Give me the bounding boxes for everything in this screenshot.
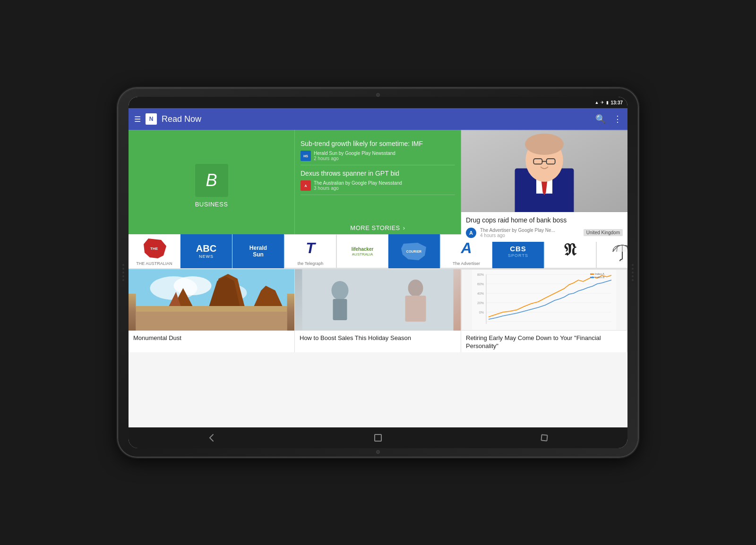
tablet-screen: ▲ ✈ ▮ 13:37 ☰ N Read Now 🔍 ⋮ <box>129 97 627 448</box>
svg-rect-51 <box>375 434 381 441</box>
articles-row: Monumental Dust <box>129 269 627 352</box>
story-headline-1: Sub-trend growth likely for sometime: IM… <box>301 139 455 148</box>
article-card-monumental[interactable]: Monumental Dust <box>129 269 295 352</box>
more-stories-button[interactable]: MORE STORIES › <box>301 220 455 236</box>
uk-badge: United Kingdom <box>584 229 623 236</box>
more-stories-label: MORE STORIES <box>350 224 400 231</box>
svg-rect-26 <box>136 312 287 331</box>
svg-text:Index A: Index A <box>595 272 604 275</box>
article-title-retiring: Retiring Early May Come Down to Your "Fi… <box>461 331 627 352</box>
nav-back-button[interactable] <box>202 431 221 444</box>
article-card-retiring[interactable]: 80% 60% 40% 20% 0% Index A <box>461 269 627 352</box>
svg-text:80%: 80% <box>477 273 484 276</box>
svg-text:40%: 40% <box>477 292 484 295</box>
svg-point-18 <box>174 276 212 295</box>
featured-source-name: The Advertiser by Google Play Ne... <box>480 228 580 233</box>
story-meta-text-1: Herald Sun by Google Play Newsstand 2 ho… <box>314 151 395 161</box>
story-source-2: The Australian by Google Play Newsstand <box>314 180 402 186</box>
story-meta-text-2: The Australian by Google Play Newsstand … <box>314 180 402 191</box>
article-card-sales[interactable]: How to Boost Sales This Holiday Season <box>295 269 461 352</box>
svg-text:Index B: Index B <box>595 276 604 279</box>
business-label: BUSINESS <box>195 201 228 208</box>
story-item-2[interactable]: Dexus throws spanner in GPT bid A The Au… <box>301 165 455 195</box>
svg-text:COURIER: COURIER <box>406 250 421 253</box>
speaker-right <box>629 254 636 291</box>
svg-text:THE: THE <box>150 247 158 251</box>
story-meta-2: A The Australian by Google Play Newsstan… <box>301 180 455 191</box>
business-letter: B <box>206 170 217 190</box>
svg-rect-34 <box>472 270 616 331</box>
svg-text:20%: 20% <box>477 301 484 305</box>
stories-tile: Sub-trend growth likely for sometime: IM… <box>295 130 461 242</box>
hero-section: B BUSINESS Sub-trend growth likely for s… <box>129 130 627 234</box>
pub-logo-the-australian: THE <box>136 237 173 260</box>
story-time-2: 3 hours ago <box>314 186 402 191</box>
pub-abc-news[interactable]: ABC NEWS <box>180 234 232 268</box>
pub-lifehacker[interactable]: lifehacker AUSTRALIA <box>336 234 388 268</box>
story-headline-2: Dexus throws spanner in GPT bid <box>301 169 455 178</box>
svg-text:60%: 60% <box>477 282 484 286</box>
svg-rect-49 <box>590 277 594 278</box>
wifi-icon: ▲ <box>595 100 599 105</box>
status-time: 13:37 <box>610 100 623 105</box>
story-time-1: 2 hours ago <box>314 156 395 161</box>
front-camera <box>376 93 380 97</box>
nav-bar <box>129 427 627 448</box>
advertiser-logo: A <box>466 228 476 238</box>
nav-recents-button[interactable] <box>535 431 554 444</box>
home-indicator <box>376 450 380 454</box>
speaker-left <box>120 254 127 291</box>
back-icon <box>206 433 217 443</box>
battery-icon: ▮ <box>606 100 609 105</box>
menu-icon[interactable]: ☰ <box>134 115 141 124</box>
article-thumb-chart: 80% 60% 40% 20% 0% Index A <box>461 269 627 331</box>
featured-time: 4 hours ago <box>480 233 580 238</box>
pub-courier-mail[interactable]: COURIER <box>388 234 440 268</box>
nav-home-button[interactable] <box>369 431 387 444</box>
article-title-monumental: Monumental Dust <box>129 331 294 344</box>
article-thumb-desert <box>129 269 294 331</box>
svg-rect-47 <box>590 273 594 275</box>
svg-rect-33 <box>302 269 454 331</box>
pub-logo-courier-mail: COURIER <box>395 240 433 263</box>
pub-label-advertiser: The Advertiser <box>453 261 480 266</box>
app-title: Read Now <box>162 114 591 124</box>
airplane-icon: ✈ <box>601 100 604 105</box>
featured-person-svg <box>461 130 627 212</box>
search-icon[interactable]: 🔍 <box>595 114 606 124</box>
pub-logo-hs: HeraldSun <box>240 240 277 263</box>
featured-tile[interactable]: Drug cops raid home of bank boss A The A… <box>461 130 627 242</box>
svg-text:𝔑: 𝔑 <box>564 241 577 259</box>
pub-logo-lifehacker: lifehacker AUSTRALIA <box>344 240 381 263</box>
business-tile[interactable]: B BUSINESS <box>129 130 295 242</box>
pub-label-telegraph: the Telegraph <box>298 261 323 266</box>
featured-headline: Drug cops raid home of bank boss <box>466 216 623 224</box>
pub-logo-umbrella <box>603 240 627 263</box>
featured-info: Drug cops raid home of bank boss A The A… <box>461 212 627 241</box>
chevron-right-icon: › <box>403 224 405 231</box>
pub-herald-sun[interactable]: HeraldSun <box>232 234 284 268</box>
svg-text:0%: 0% <box>479 311 484 314</box>
article-title-sales: How to Boost Sales This Holiday Season <box>295 331 461 344</box>
recents-icon <box>539 433 550 443</box>
svg-point-6 <box>525 134 564 155</box>
more-icon[interactable]: ⋮ <box>613 114 622 124</box>
app-bar-actions: 🔍 ⋮ <box>595 114 622 124</box>
app-logo: N <box>146 113 157 125</box>
pub-logo-nyt: 𝔑 <box>551 240 589 263</box>
pub-the-telegraph[interactable]: T the Telegraph <box>284 234 336 268</box>
hs-logo: HS <box>301 151 311 161</box>
article-thumb-fashion <box>295 269 461 331</box>
tablet-device: ▲ ✈ ▮ 13:37 ☰ N Read Now 🔍 ⋮ <box>118 88 638 457</box>
story-item-1[interactable]: Sub-trend growth likely for sometime: IM… <box>301 136 455 165</box>
app-bar: ☰ N Read Now 🔍 ⋮ <box>129 108 627 130</box>
pub-logo-cbs: CBS SPORTS <box>499 240 537 263</box>
status-icons: ▲ ✈ ▮ 13:37 <box>595 100 623 105</box>
pub-the-australian[interactable]: THE THE AUSTRALIAN <box>129 234 180 268</box>
story-source-1: Herald Sun by Google Play Newsstand <box>314 151 395 156</box>
home-icon <box>373 433 383 443</box>
featured-image <box>461 130 627 212</box>
pub-logo-telegraph: T <box>292 237 329 260</box>
business-icon-box: B <box>195 164 228 197</box>
pub-logo-abc: ABC NEWS <box>188 240 225 263</box>
